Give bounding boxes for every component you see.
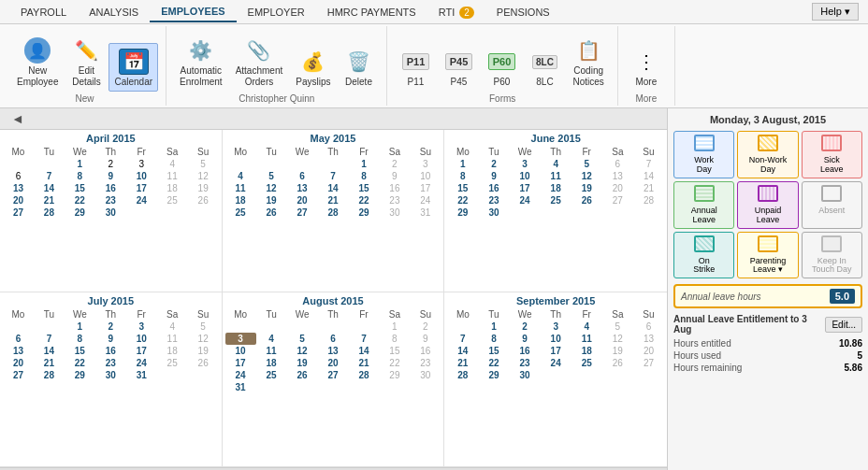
nav-employees[interactable]: EMPLOYEES [150, 2, 236, 22]
table-row[interactable]: 30 [95, 207, 126, 219]
table-row[interactable]: 7 [348, 333, 379, 345]
table-row[interactable]: 13 [318, 345, 349, 357]
table-row[interactable] [287, 381, 318, 393]
table-row[interactable]: 7 [34, 170, 65, 182]
table-row[interactable]: 1 [65, 320, 95, 333]
table-row[interactable] [157, 207, 188, 219]
table-row[interactable] [256, 381, 287, 393]
table-row[interactable]: 12 [602, 333, 633, 345]
table-row[interactable]: 28 [34, 207, 65, 219]
table-row[interactable]: 14 [34, 345, 65, 357]
table-row[interactable]: 11 [225, 182, 256, 194]
table-row[interactable]: 17 [126, 345, 157, 357]
table-row[interactable] [510, 207, 541, 219]
table-row[interactable]: 6 [3, 170, 34, 182]
table-row[interactable]: 21 [633, 182, 664, 194]
table-row[interactable] [157, 369, 188, 381]
table-row[interactable]: 18 [157, 182, 188, 194]
table-row[interactable] [541, 207, 571, 219]
table-row[interactable]: 25 [225, 207, 256, 219]
table-row[interactable] [318, 320, 349, 333]
table-row[interactable]: 21 [34, 194, 65, 207]
table-row[interactable]: 3 [126, 158, 157, 170]
table-row[interactable]: 17 [541, 345, 571, 357]
table-row[interactable]: 2 [410, 320, 441, 333]
help-button[interactable]: Help ▾ [812, 3, 859, 21]
nav-employer[interactable]: EMPLOYER [237, 3, 316, 21]
table-row[interactable]: 5 [571, 158, 602, 170]
table-row[interactable]: 20 [633, 345, 664, 357]
table-row[interactable]: 7 [318, 170, 349, 182]
table-row[interactable]: 27 [3, 369, 34, 381]
table-row[interactable]: 4 [225, 170, 256, 182]
table-row[interactable]: 25 [157, 357, 188, 369]
table-row[interactable]: 14 [348, 345, 379, 357]
table-row[interactable]: 15 [379, 345, 410, 357]
edit-details-button[interactable]: ✏️ EditDetails [65, 32, 107, 92]
table-row[interactable] [348, 381, 379, 393]
table-row[interactable]: 19 [602, 345, 633, 357]
table-row[interactable]: 22 [65, 357, 95, 369]
table-row[interactable]: 16 [478, 182, 509, 194]
table-row[interactable]: 9 [410, 333, 441, 345]
table-row[interactable]: 11 [157, 333, 188, 345]
table-row[interactable]: 1 [379, 320, 410, 333]
table-row[interactable]: 16 [95, 182, 126, 194]
table-row[interactable]: 14 [447, 345, 478, 357]
table-row[interactable]: 16 [95, 345, 126, 357]
table-row[interactable]: 15 [478, 345, 509, 357]
table-row[interactable]: 9 [95, 170, 126, 182]
table-row[interactable]: 1 [348, 158, 379, 170]
table-row[interactable]: 19 [256, 194, 287, 207]
table-row[interactable]: 15 [65, 345, 95, 357]
table-row[interactable]: 15 [447, 182, 478, 194]
table-row[interactable]: 21 [447, 357, 478, 369]
table-row[interactable]: 30 [95, 369, 126, 381]
table-row[interactable]: 14 [633, 170, 664, 182]
table-row[interactable]: 1 [65, 158, 95, 170]
table-row[interactable]: 2 [379, 158, 410, 170]
payslips-button[interactable]: 💰 Payslips [290, 43, 336, 92]
table-row[interactable] [34, 158, 65, 170]
table-row[interactable]: 20 [287, 194, 318, 207]
table-row[interactable]: 29 [478, 369, 509, 381]
table-row[interactable]: 16 [379, 182, 410, 194]
p11-button[interactable]: P11 P11 [395, 43, 436, 92]
table-row[interactable]: 24 [410, 194, 441, 207]
table-row[interactable]: 27 [287, 207, 318, 219]
table-row[interactable] [225, 158, 256, 170]
table-row[interactable]: 7 [447, 333, 478, 345]
table-row[interactable]: 22 [447, 194, 478, 207]
table-row[interactable]: 24 [225, 369, 256, 381]
table-row[interactable]: 6 [318, 333, 349, 345]
table-row[interactable]: 2 [95, 320, 126, 333]
table-row[interactable]: 3 [510, 158, 541, 170]
table-row[interactable] [3, 158, 34, 170]
table-row[interactable]: 19 [571, 182, 602, 194]
table-row[interactable]: 6 [633, 320, 664, 333]
table-row[interactable]: 20 [3, 357, 34, 369]
table-row[interactable]: 16 [410, 345, 441, 357]
table-row[interactable]: 15 [65, 182, 95, 194]
table-row[interactable]: 13 [633, 333, 664, 345]
table-row[interactable]: 17 [126, 182, 157, 194]
calendar-button[interactable]: 📅 Calendar [108, 43, 158, 92]
unpaid-leave-button[interactable]: UnpaidLeave [737, 181, 798, 229]
table-row[interactable]: 25 [256, 369, 287, 381]
table-row[interactable]: 5 [256, 170, 287, 182]
table-row[interactable]: 8 [65, 170, 95, 182]
table-row[interactable]: 19 [287, 357, 318, 369]
table-row[interactable]: 25 [541, 194, 571, 207]
table-row[interactable] [34, 320, 65, 333]
table-row[interactable]: 11 [157, 170, 188, 182]
table-row[interactable]: 10 [410, 170, 441, 182]
table-row[interactable] [126, 207, 157, 219]
work-day-button[interactable]: WorkDay [673, 131, 734, 178]
delete-button[interactable]: 🗑️ Delete [338, 43, 379, 92]
table-row[interactable] [287, 158, 318, 170]
table-row[interactable]: 24 [126, 357, 157, 369]
table-row[interactable]: 12 [571, 170, 602, 182]
table-row[interactable]: 5 [188, 158, 219, 170]
table-row[interactable]: 17 [225, 357, 256, 369]
absent-button[interactable]: Absent [802, 181, 862, 229]
